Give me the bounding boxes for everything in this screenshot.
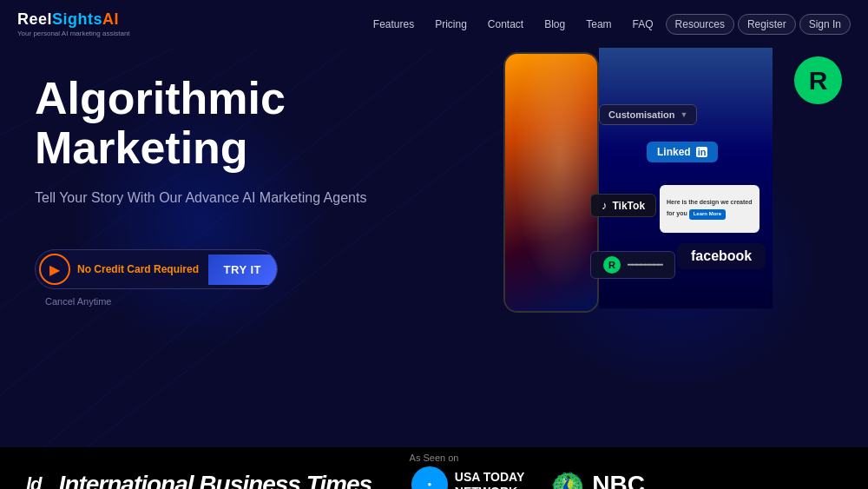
nav-team[interactable]: Team [577,15,620,34]
as-seen-on-label: As Seen on [410,453,459,463]
nav-register[interactable]: Register [738,14,796,35]
left-content: Algorithmic Marketing Tell Your Story Wi… [0,48,477,447]
ibt-full-text: International Business Times [59,471,372,489]
cancel-anytime-text: Cancel Anytime [35,296,443,307]
nav-pricing[interactable]: Pricing [426,15,476,34]
ibt-dot: . [378,471,385,489]
facebook-label: facebook [691,248,752,264]
rs-logo-bar: ━━━━━━━━ [628,261,662,269]
preview-card: Here is the design we created for you Le… [660,185,760,233]
cta-placeholder-text: No Credit Card Required [74,263,208,275]
logo-sights: Sights [52,10,102,28]
reelsights-small-card: R ━━━━━━━━ [590,251,675,279]
linkedin-text: Linked [657,146,691,158]
nav-signin[interactable]: Sign In [799,14,851,35]
hero-title: Algorithmic Marketing [35,74,443,173]
usa-today-text: USA TODAY NETWORK [455,470,524,489]
usa-today-circle: ● [411,466,448,489]
nbc-text: NBC [592,471,645,489]
customisation-card[interactable]: Customisation ▼ [599,104,697,125]
linkedin-in-badge: in [696,147,708,157]
usa-today-line2: NETWORK [455,485,524,489]
header: ReelSightsAI Your personal AI marketing … [0,0,868,48]
tiktok-card[interactable]: ♪ TikTok [590,194,656,217]
cta-row: ▶ No Credit Card Required TRY IT [35,249,278,289]
ibt-full-item: International Business Times. [59,471,385,489]
logo-text: ReelSightsAI [17,10,130,29]
preview-card-inner: Here is the design we created for you Le… [667,198,753,220]
facebook-card[interactable]: facebook [677,243,766,269]
dropdown-arrow-icon: ▼ [680,110,687,119]
usa-today-logo: ● USA TODAY NETWORK [411,466,524,489]
phone-mockup [503,52,599,313]
right-visual: R Customisation ▼ Linkedin ♪ TikTok [477,48,868,447]
try-it-button[interactable]: TRY IT [208,254,277,285]
customisation-label: Customisation [608,109,674,120]
usa-today-circle-text: ● [427,481,431,489]
nav-features[interactable]: Features [365,15,423,34]
bottom-bar: As Seen on ld International Business Tim… [0,447,868,489]
logo-reel: Reel [17,10,52,28]
nav-blog[interactable]: Blog [536,15,574,34]
ibt-text: ld [26,473,42,489]
main-nav: Features Pricing Contact Blog Team FAQ R… [365,14,851,35]
logo: ReelSightsAI Your personal AI marketing … [17,10,130,37]
nav-faq[interactable]: FAQ [624,15,662,34]
nbc-peacock-icon: 🦚 [550,468,585,489]
logo-ai: AI [102,10,119,28]
nav-contact[interactable]: Contact [479,15,532,34]
hero-subtitle: Tell Your Story With Our Advance AI Mark… [35,190,443,206]
tiktok-label: TikTok [613,200,646,212]
cta-play-icon: ▶ [39,254,70,285]
logo-subtitle: Your personal AI marketing assistant [17,30,130,37]
nav-resources[interactable]: Resources [666,14,734,35]
big-r-logo: R [794,56,842,104]
tiktok-icon: ♪ [602,199,608,212]
usa-today-line1: USA TODAY [455,470,524,485]
nbc-logo: 🦚 NBC [550,468,645,489]
linkedin-card[interactable]: Linkedin [647,142,718,162]
phone-face [505,54,597,311]
bottom-bar-inner: As Seen on ld International Business Tim… [26,453,842,489]
ibt-media-item: ld [26,473,42,489]
main-section: Algorithmic Marketing Tell Your Story Wi… [0,48,868,447]
rs-logo-icon: R [603,256,621,274]
cta-area: ▶ No Credit Card Required TRY IT Cancel … [35,249,443,307]
preview-learn-more-btn[interactable]: Learn More [689,209,726,220]
